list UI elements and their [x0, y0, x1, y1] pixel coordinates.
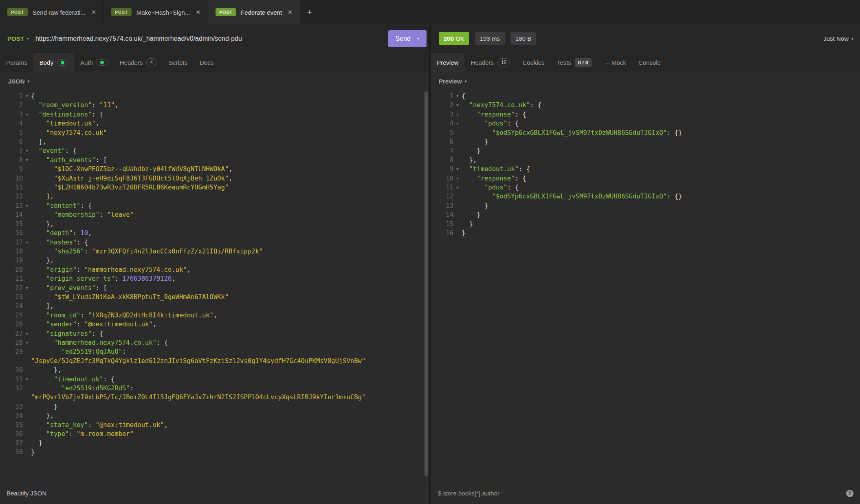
- code-row: 2 "room_version": "11",: [0, 101, 429, 110]
- close-icon[interactable]: ✕: [91, 9, 96, 15]
- line-number: 32: [0, 384, 23, 393]
- fold-caret-icon[interactable]: ▼: [453, 101, 462, 110]
- fold-caret-icon[interactable]: ▼: [453, 183, 462, 192]
- line-number: 2: [431, 101, 453, 110]
- code-text: "membership": "leave": [31, 210, 134, 219]
- line-number: 5: [0, 128, 23, 137]
- line-number: 10: [0, 174, 23, 183]
- response-section-tabs: Preview Headers 10 Cookies Tests 0 / 0 →…: [431, 53, 860, 72]
- fold-caret-icon[interactable]: ▼: [23, 156, 31, 165]
- fold-caret-icon[interactable]: ▼: [23, 92, 31, 101]
- fold-caret-icon[interactable]: ▼: [23, 375, 31, 384]
- fold-gutter: [23, 192, 31, 201]
- code-text: "pdus": {: [462, 183, 519, 192]
- code-text: "origin_server_ts": 1766386379126,: [31, 274, 176, 283]
- green-dot-icon: [61, 61, 64, 64]
- line-number: 8: [0, 156, 23, 165]
- request-body-editor[interactable]: 1▼{2 "room_version": "11",3▼ "destinatio…: [0, 90, 429, 482]
- vertical-scrollbar[interactable]: [425, 91, 428, 477]
- code-text: "prev_events": [: [31, 284, 107, 293]
- tab-label: Console: [638, 59, 661, 66]
- line-number: 11: [431, 183, 453, 192]
- line-number: 21: [0, 274, 23, 283]
- chevron-down-icon: ▾: [417, 36, 419, 41]
- fold-caret-icon[interactable]: ▼: [23, 329, 31, 338]
- fold-caret-icon[interactable]: ▼: [453, 165, 462, 174]
- beautify-json-button[interactable]: Beautify JSON: [7, 490, 46, 497]
- code-row: 5 "nexy7574.co.uk": [0, 128, 429, 137]
- request-tab-send-raw-federation[interactable]: POST Send raw federati... ✕: [0, 0, 104, 24]
- fold-caret-icon[interactable]: ▼: [453, 92, 462, 101]
- fold-gutter: [23, 448, 31, 457]
- fold-caret-icon[interactable]: ▼: [453, 174, 462, 183]
- code-text: "origin": "hammerhead.nexy7574.co.uk",: [31, 265, 191, 274]
- fold-caret-icon[interactable]: ▼: [453, 110, 462, 119]
- tab-cookies[interactable]: Cookies: [516, 53, 550, 72]
- tab-tests[interactable]: Tests 0 / 0: [551, 53, 598, 72]
- jsonpath-filter-input[interactable]: [438, 490, 642, 497]
- fold-caret-icon[interactable]: ▼: [453, 119, 462, 128]
- bottom-bar: Beautify JSON ?: [0, 482, 860, 504]
- tab-scripts[interactable]: Scripts: [163, 53, 194, 72]
- line-number: 4: [0, 119, 23, 128]
- tab-console[interactable]: Console: [632, 53, 667, 72]
- tab-label: Auth: [80, 59, 93, 66]
- fold-gutter: [23, 357, 31, 365]
- fold-caret-icon[interactable]: ▼: [23, 146, 31, 155]
- fold-caret-icon[interactable]: ▼: [23, 338, 31, 347]
- method-select[interactable]: POST: [7, 35, 24, 42]
- chevron-down-icon[interactable]: ▾: [27, 36, 29, 41]
- fold-caret-icon[interactable]: ▼: [23, 238, 31, 247]
- tab-response-headers[interactable]: Headers 10: [464, 53, 516, 72]
- code-text: "content": {: [31, 201, 92, 210]
- fold-caret-icon[interactable]: ▼: [23, 201, 31, 210]
- tab-mock[interactable]: → Mock: [598, 53, 632, 72]
- code-row: 29 "ed25519:QqJAuQ":: [0, 347, 429, 356]
- fold-gutter: [23, 247, 31, 256]
- code-text: "response": {: [462, 110, 526, 119]
- fold-caret-icon[interactable]: ▼: [23, 110, 31, 119]
- fold-gutter: [453, 210, 462, 219]
- auth-indicator: [97, 59, 108, 66]
- tab-label: Params: [6, 59, 27, 66]
- tab-headers[interactable]: Headers 4: [114, 53, 163, 72]
- request-tab-make-hash-sign[interactable]: POST Make+Hash+Sign... ✕: [104, 0, 208, 24]
- code-text: "ed25519:QqJAuQ":: [31, 347, 126, 356]
- tab-docs[interactable]: Docs: [194, 53, 220, 72]
- fold-gutter: [453, 146, 462, 155]
- line-number: 5: [431, 128, 453, 137]
- fold-gutter: [23, 311, 31, 320]
- response-history-select[interactable]: Just Now ▾: [823, 35, 853, 42]
- preview-mode-select[interactable]: Preview ▾: [439, 78, 467, 85]
- history-label: Just Now: [823, 35, 849, 42]
- line-number: 1: [431, 92, 453, 101]
- code-row: 26 "sender": "@nex:timedout.uk",: [0, 320, 429, 329]
- tab-auth[interactable]: Auth: [74, 53, 114, 72]
- url-input[interactable]: https://hammerhead.nexy7574.co.uk/_hamme…: [35, 35, 388, 42]
- close-icon[interactable]: ✕: [288, 9, 293, 15]
- fold-caret-icon[interactable]: ▼: [23, 284, 31, 293]
- tab-preview[interactable]: Preview: [431, 53, 464, 72]
- new-tab-button[interactable]: +: [300, 0, 320, 24]
- tab-params[interactable]: Params: [0, 53, 33, 72]
- send-button[interactable]: Send ▾: [388, 30, 427, 47]
- line-number: 7: [0, 146, 23, 155]
- code-row: 2▼ "nexy7574.co.uk": {: [431, 101, 860, 110]
- code-row: 21 "origin_server_ts": 1766386379126,: [0, 274, 429, 283]
- close-icon[interactable]: ✕: [196, 9, 200, 15]
- fold-gutter: [453, 137, 462, 146]
- code-text: "depth": 10,: [31, 229, 92, 238]
- response-code: 1▼{2▼ "nexy7574.co.uk": {3▼ "response": …: [431, 90, 860, 238]
- body-mode-select[interactable]: JSON ▾: [8, 78, 30, 85]
- tab-body[interactable]: Body: [33, 53, 74, 72]
- code-text: "hashes": {: [31, 238, 88, 247]
- help-icon[interactable]: ?: [846, 490, 853, 497]
- headers-count-badge: 4: [146, 58, 156, 66]
- code-text: "room_version": "11",: [31, 101, 119, 110]
- code-text: "$XuAstr_j-eH9diSqF8J6T3FGDUct5lOqXjBeh_…: [31, 174, 233, 183]
- request-tab-federate-event[interactable]: POST Federate event ✕: [208, 0, 300, 24]
- response-footer: ?: [431, 482, 860, 504]
- code-text: "response": {: [462, 174, 526, 183]
- code-row: 34 },: [0, 411, 429, 420]
- response-preview-editor[interactable]: 1▼{2▼ "nexy7574.co.uk": {3▼ "response": …: [431, 90, 860, 482]
